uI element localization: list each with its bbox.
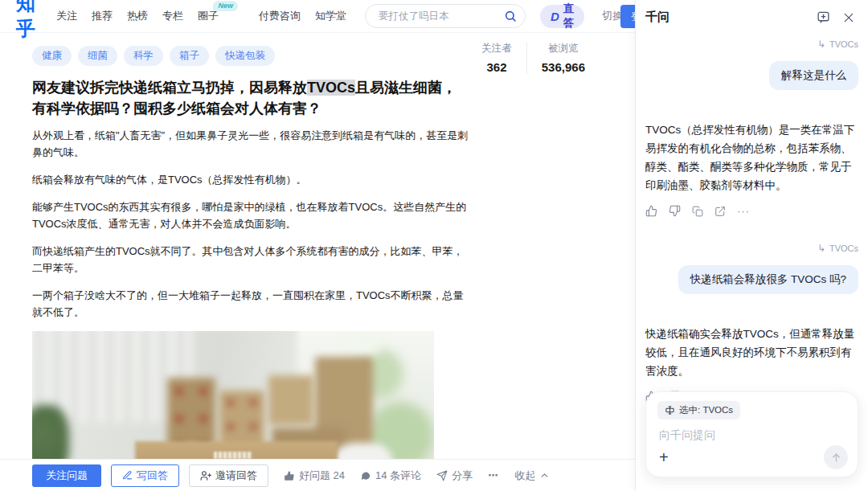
share-label: 分享 xyxy=(452,468,473,483)
tag-box[interactable]: 箱子 xyxy=(170,46,209,66)
stat-followers-label: 关注者 xyxy=(481,42,512,55)
context-term: TVOCs xyxy=(829,39,858,49)
user-message-bubble: 解释这是什么 xyxy=(769,61,858,90)
context-term: TVOCs xyxy=(829,243,858,253)
answer-actions: ··· xyxy=(645,205,858,217)
user-message-bubble: 快递纸箱会释放很多 TVOCs 吗? xyxy=(678,265,858,294)
nav-item-column[interactable]: 专栏 xyxy=(162,9,183,23)
arrow-up-icon xyxy=(830,452,842,464)
follow-question-button[interactable]: 关注问题 xyxy=(32,464,101,487)
question-photo-cardboard-boxes[interactable] xyxy=(32,331,434,473)
nav-item-circle-label: 圈子 xyxy=(198,10,219,22)
ask-qianwen-input[interactable] xyxy=(657,428,846,442)
photo-shape xyxy=(268,375,313,425)
search-icon[interactable] xyxy=(504,10,517,23)
tag-express-packaging[interactable]: 快递包装 xyxy=(215,46,275,66)
paragraph: 一两个箱子没啥大不了的，但一大堆箱子一起释放，一直囤积在家里，TVOCs不断积聚… xyxy=(32,287,470,321)
thumbs-up-icon[interactable] xyxy=(645,205,657,217)
text-select-icon xyxy=(665,405,675,415)
tag-science[interactable]: 科学 xyxy=(124,46,163,66)
user-plus-icon xyxy=(200,470,211,481)
assistant-answer: TVOCs（总挥发性有机物）是一类在常温下易挥发的有机化合物的总称，包括苯系物、… xyxy=(645,121,858,194)
zhihu-page: 知乎 关注 推荐 热榜 专栏 圈子 New 付费咨询 知学堂 D 直答 切 xyxy=(0,0,868,491)
collapse-button[interactable]: 收起 xyxy=(514,468,550,483)
question-stats: 关注者 362 被浏览 536,966 xyxy=(467,42,600,74)
sidebar-header: 千问 xyxy=(636,0,868,25)
top-nav: 知乎 关注 推荐 热榜 专栏 圈子 New 付费咨询 知学堂 D 直答 切 xyxy=(0,0,635,33)
comments-label: 14 条评论 xyxy=(375,468,421,483)
nav-item-hot[interactable]: 热榜 xyxy=(127,9,148,23)
send-button[interactable] xyxy=(824,445,848,469)
question-content: 健康 细菌 科学 箱子 快递包装 网友建议拆完快递纸箱立马扔掉，因易释放TVOC… xyxy=(0,33,635,473)
assistant-title: 千问 xyxy=(645,10,805,25)
attach-plus-button[interactable]: + xyxy=(659,449,669,465)
collapse-label: 收起 xyxy=(514,468,535,483)
photo-shape xyxy=(214,452,252,459)
question-detail: 从外观上看，纸箱"人畜无害"，但如果鼻子灵光一些，很容易注意到纸箱是有气味的，甚… xyxy=(32,127,470,473)
nav-item-follow[interactable]: 关注 xyxy=(56,9,77,23)
share-button[interactable]: 分享 xyxy=(436,468,473,483)
selected-text-chip-label: 选中: TVOCs xyxy=(679,404,733,416)
stat-views: 被浏览 536,966 xyxy=(526,42,600,74)
good-question-button[interactable]: 好问题 24 xyxy=(284,468,345,483)
write-answer-button[interactable]: 写回答 xyxy=(111,464,179,487)
paragraph: 纸箱会释放有气味的气体，是TVOCs（总挥发性有机物）。 xyxy=(32,171,470,188)
export-icon[interactable] xyxy=(714,206,726,217)
pencil-icon xyxy=(122,470,133,481)
nav-item-circle[interactable]: 圈子 New xyxy=(198,9,219,23)
input-card-toolbar: + xyxy=(659,445,848,469)
tag-health[interactable]: 健康 xyxy=(32,46,72,66)
nav-item-recommend[interactable]: 推荐 xyxy=(92,9,113,23)
selected-text-chip[interactable]: 选中: TVOCs xyxy=(657,401,740,419)
stat-views-label: 被浏览 xyxy=(542,42,585,55)
reply-arrow-icon: ↳ xyxy=(817,243,825,254)
tag-bacteria[interactable]: 细菌 xyxy=(78,46,117,66)
invite-answer-button[interactable]: 邀请回答 xyxy=(189,464,268,487)
write-answer-label: 写回答 xyxy=(137,468,168,483)
search-box xyxy=(365,4,526,28)
selection-context: ↳ TVOCs xyxy=(645,243,858,254)
title-text-before: 网友建议拆完快递纸箱立马扔掉，因易释放 xyxy=(32,80,307,96)
stat-followers: 关注者 362 xyxy=(467,42,526,74)
good-question-label: 好问题 24 xyxy=(299,468,345,483)
user-message-row: 解释这是什么 xyxy=(645,61,858,90)
zhihu-logo[interactable]: 知乎 xyxy=(16,0,38,42)
paragraph: 而快递纸箱产生的TVOCs就不同了。其中包含对人体多个系统都有害的成分，比如苯、… xyxy=(32,243,470,276)
assistant-answer: 快递纸箱确实会释放TVOCs，但通常释放量较低，且在通风良好的环境下不易累积到有… xyxy=(645,325,858,380)
chevron-up-icon xyxy=(539,470,550,481)
comment-icon xyxy=(360,470,371,481)
copy-icon[interactable] xyxy=(692,206,703,217)
new-chat-icon[interactable] xyxy=(817,10,830,24)
invite-answer-label: 邀请回答 xyxy=(215,468,257,483)
title-highlighted-term: TVOCs xyxy=(307,80,355,96)
close-icon[interactable] xyxy=(842,11,855,24)
stat-views-value: 536,966 xyxy=(542,60,585,74)
conversation: ↳ TVOCs 解释这是什么 TVOCs（总挥发性有机物）是一类在常温下易挥发的… xyxy=(636,39,868,403)
qianwen-sidebar: 千问 ↳ TVOCs 解释这是什么 TVOCs（总挥发性有机物）是一类在常温下易… xyxy=(635,0,868,491)
user-message-row: 快递纸箱会释放很多 TVOCs 吗? xyxy=(645,265,858,294)
reply-arrow-icon: ↳ xyxy=(817,39,825,50)
thumbs-up-icon xyxy=(284,470,295,481)
question-action-bar: 关注问题 写回答 邀请回答 好问题 24 14 条评论 分享 ⋯ xyxy=(0,459,635,491)
main-column: 知乎 关注 推荐 热榜 专栏 圈子 New 付费咨询 知学堂 D 直答 切 xyxy=(0,0,635,491)
zhida-logo-icon: D xyxy=(551,10,559,23)
paper-plane-icon xyxy=(436,470,448,481)
question-title: 网友建议拆完快递纸箱立马扔掉，因易释放TVOCs且易滋生细菌，有科学依据吗？囤积… xyxy=(32,77,470,119)
paragraph: 能够产生TVOCs的东西其实有很多，哪怕是家中的绿植，也在释放着TVOCs。这些… xyxy=(32,198,470,232)
paragraph: 从外观上看，纸箱"人畜无害"，但如果鼻子灵光一些，很容易注意到纸箱是有气味的，甚… xyxy=(32,127,470,161)
ask-input-card: 选中: TVOCs + xyxy=(645,391,858,477)
comments-button[interactable]: 14 条评论 xyxy=(360,468,421,483)
zhida-button[interactable]: D 直答 xyxy=(540,5,584,28)
more-actions-button[interactable]: ⋯ xyxy=(488,469,499,481)
stat-followers-value: 362 xyxy=(481,60,512,74)
zhida-label: 直答 xyxy=(563,2,575,31)
search-input[interactable] xyxy=(377,10,504,23)
thumbs-down-icon[interactable] xyxy=(669,205,681,217)
nav-item-zhixuetang[interactable]: 知学堂 xyxy=(315,9,346,23)
more-icon[interactable]: ··· xyxy=(737,205,750,217)
selection-context: ↳ TVOCs xyxy=(645,39,858,50)
nav-item-paid-consult[interactable]: 付费咨询 xyxy=(259,9,301,23)
new-badge: New xyxy=(213,1,238,11)
